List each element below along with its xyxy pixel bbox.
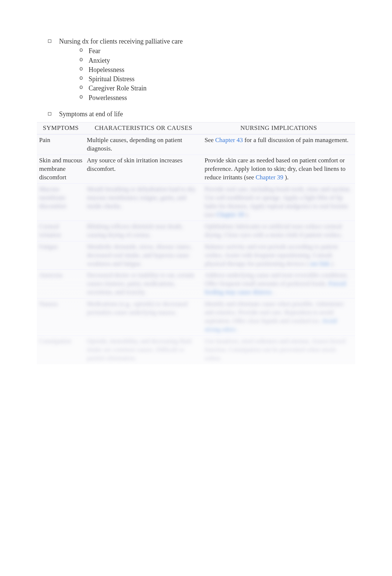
outline-item-label: Symptoms at end of life bbox=[59, 110, 123, 118]
cell-symptom: Pain bbox=[37, 134, 85, 155]
cell-symptom: Skin and mucous membrane discomfort bbox=[37, 155, 85, 183]
chapter-link: Chapter 39 bbox=[216, 211, 244, 218]
chapter-link: see link bbox=[310, 260, 329, 267]
table-header-row: SYMPTOMS CHARACTERISTICS OR CAUSES NURSI… bbox=[37, 122, 355, 134]
table-row: Skin and mucous membrane discomfort Any … bbox=[37, 155, 355, 183]
sub-item: Fear bbox=[79, 46, 355, 55]
table-row: Pain Multiple causes, depending on patie… bbox=[37, 134, 355, 155]
cell-characteristics: Metabolic demands, stress, disease state… bbox=[85, 241, 202, 270]
cell-characteristics: Decreased desire or inability to eat, ce… bbox=[85, 269, 202, 298]
table-row-blurred: Anorexia Decreased desire or inability t… bbox=[37, 269, 355, 298]
sub-item: Hopelessness bbox=[79, 65, 355, 74]
cell-nursing: See Chapter 43 for a full discussion of … bbox=[202, 134, 355, 155]
outline-item-symptoms: Symptoms at end of life bbox=[48, 110, 355, 118]
col-header-nursing: NURSING IMPLICATIONS bbox=[202, 122, 355, 134]
col-header-characteristics: CHARACTERISTICS OR CAUSES bbox=[85, 122, 202, 134]
cell-nursing: Use laxatives, stool softeners and enema… bbox=[202, 335, 355, 364]
cell-nursing: Address underlying cause and treat rever… bbox=[202, 269, 355, 298]
sub-item: Anxiety bbox=[79, 56, 355, 65]
col-header-symptoms: SYMPTOMS bbox=[37, 122, 85, 134]
cell-symptom: Constipation bbox=[37, 335, 85, 364]
sub-item: Caregiver Role Strain bbox=[79, 84, 355, 93]
cell-characteristics: Any source of skin irritation increases … bbox=[85, 155, 202, 183]
table-row-blurred: Fatigue Metabolic demands, stress, disea… bbox=[37, 241, 355, 270]
cell-symptom: Mucous membrane discomfort bbox=[37, 183, 85, 221]
table-row-blurred: Corneal irritation Blinking reflexes dim… bbox=[37, 221, 355, 241]
nursing-dx-sublist: Fear Anxiety Hopelessness Spiritual Dist… bbox=[59, 46, 355, 102]
chapter-link[interactable]: Chapter 43 bbox=[215, 137, 243, 144]
cell-symptom: Fatigue bbox=[37, 241, 85, 270]
cell-characteristics: Multiple causes, depending on patient di… bbox=[85, 134, 202, 155]
sub-item: Spiritual Distress bbox=[79, 75, 355, 83]
table-row-blurred: Constipation Opioids, immobility, and de… bbox=[37, 335, 355, 364]
outline-list-2: Symptoms at end of life bbox=[37, 110, 355, 118]
cell-nursing: Identify and eliminate cause when possib… bbox=[202, 298, 355, 335]
table-row-blurred: Nausea Medications (e.g., opioids) or de… bbox=[37, 298, 355, 335]
cell-characteristics: Medications (e.g., opioids) or decreased… bbox=[85, 298, 202, 335]
cell-symptom: Anorexia bbox=[37, 269, 85, 298]
cell-nursing: Provide skin care as needed based on pat… bbox=[202, 155, 355, 183]
outline-item-label: Nursing dx for clients receiving palliat… bbox=[59, 38, 183, 45]
symptoms-table: SYMPTOMS CHARACTERISTICS OR CAUSES NURSI… bbox=[37, 122, 355, 364]
sub-item: Powerlessness bbox=[79, 93, 355, 102]
cell-nursing: Provide oral care, including brush teeth… bbox=[202, 183, 355, 221]
outline-item-nursing-dx: Nursing dx for clients receiving palliat… bbox=[48, 37, 355, 102]
chapter-link[interactable]: Chapter 39 bbox=[256, 174, 283, 181]
cell-characteristics: Mouth breathing or dehydration lead to d… bbox=[85, 183, 202, 221]
symptoms-table-wrap: SYMPTOMS CHARACTERISTICS OR CAUSES NURSI… bbox=[37, 122, 355, 364]
outline-list: Nursing dx for clients receiving palliat… bbox=[37, 37, 355, 102]
table-row-blurred: Mucous membrane discomfort Mouth breathi… bbox=[37, 183, 355, 221]
cell-nursing: Balance activity and rest periods accord… bbox=[202, 241, 355, 270]
cell-symptom: Nausea bbox=[37, 298, 85, 335]
cell-nursing: Ophthalmic lubricants or artificial tear… bbox=[202, 221, 355, 241]
cell-symptom: Corneal irritation bbox=[37, 221, 85, 241]
cell-characteristics: Opioids, immobility, and decreasing flui… bbox=[85, 335, 202, 364]
cell-characteristics: Blinking reflexes diminish near death, c… bbox=[85, 221, 202, 241]
